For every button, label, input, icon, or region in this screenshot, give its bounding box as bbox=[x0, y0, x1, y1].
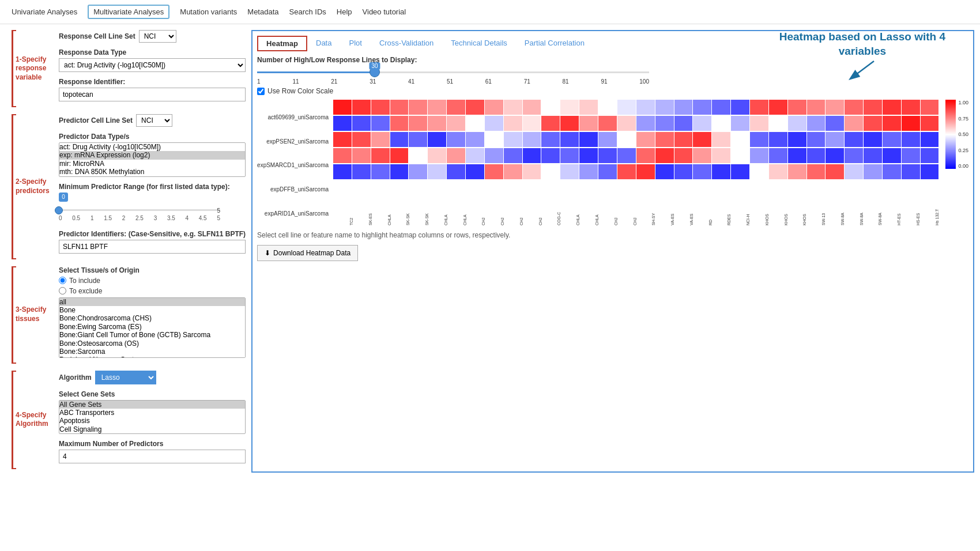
heatmap-col-label[interactable]: RDES bbox=[712, 179, 731, 225]
heatmap-cell[interactable] bbox=[864, 164, 882, 179]
heatmap-cell[interactable] bbox=[504, 116, 522, 131]
heatmap-cell[interactable] bbox=[902, 164, 920, 179]
max-predictors-input[interactable] bbox=[59, 450, 246, 463]
heatmap-cell[interactable] bbox=[579, 148, 598, 163]
heatmap-cell[interactable] bbox=[560, 100, 579, 115]
heatmap-cell[interactable] bbox=[447, 116, 465, 131]
heatmap-cell[interactable] bbox=[750, 100, 768, 115]
download-heatmap-button[interactable]: ⬇ Download Heatmap Data bbox=[257, 245, 358, 261]
heatmap-cell[interactable] bbox=[883, 116, 901, 131]
nav-search[interactable]: Search IDs bbox=[289, 7, 326, 16]
heatmap-cell[interactable] bbox=[598, 148, 617, 163]
tab-technical-details[interactable]: Technical Details bbox=[442, 36, 516, 51]
heatmap-cell[interactable] bbox=[560, 132, 579, 147]
heatmap-cell[interactable] bbox=[523, 148, 541, 163]
heatmap-col-label[interactable]: CHJ bbox=[485, 179, 504, 225]
heatmap-cell[interactable] bbox=[390, 116, 409, 131]
heatmap-col-label[interactable]: HS-ES bbox=[901, 179, 920, 225]
heatmap-cell[interactable] bbox=[826, 148, 844, 163]
heatmap-row-label[interactable]: expPSEN2_uniSarcoma bbox=[257, 134, 329, 149]
heatmap-cell[interactable] bbox=[921, 116, 939, 131]
heatmap-cell[interactable] bbox=[788, 100, 806, 115]
min-predictor-slider-thumb[interactable] bbox=[55, 206, 63, 214]
heatmap-row-label[interactable]: expDFFB_uniSarcoma bbox=[257, 182, 329, 197]
heatmap-cell[interactable] bbox=[902, 148, 920, 163]
heatmap-cell[interactable] bbox=[333, 148, 352, 163]
heatmap-cell[interactable] bbox=[826, 100, 844, 115]
heatmap-cell[interactable] bbox=[921, 148, 939, 163]
heatmap-cell[interactable] bbox=[390, 164, 409, 179]
gene-sets-listbox[interactable]: All Gene Sets ABC Transporters Apoptosis… bbox=[59, 400, 246, 435]
nav-mutation[interactable]: Mutation variants bbox=[180, 7, 237, 16]
heatmap-cell[interactable] bbox=[333, 100, 352, 115]
heatmap-cell[interactable] bbox=[769, 132, 787, 147]
heatmap-cell[interactable] bbox=[674, 100, 693, 115]
tissue-exclude-radio[interactable] bbox=[59, 287, 66, 295]
heatmap-cell[interactable] bbox=[693, 148, 711, 163]
tab-partial-correlation[interactable]: Partial Correlation bbox=[516, 36, 593, 51]
heatmap-col-label[interactable]: COG-C bbox=[542, 179, 561, 225]
heatmap-cell[interactable] bbox=[560, 148, 579, 163]
heatmap-cell[interactable] bbox=[504, 148, 522, 163]
heatmap-cell[interactable] bbox=[712, 100, 730, 115]
heatmap-cell[interactable] bbox=[864, 100, 882, 115]
heatmap-cell[interactable] bbox=[731, 148, 749, 163]
heatmap-col-label[interactable]: NCI-H bbox=[731, 179, 750, 225]
heatmap-cell[interactable] bbox=[523, 116, 541, 131]
heatmap-cell[interactable] bbox=[409, 148, 427, 163]
heatmap-cell[interactable] bbox=[617, 116, 636, 131]
heatmap-cell[interactable] bbox=[466, 148, 484, 163]
heatmap-cell[interactable] bbox=[788, 116, 806, 131]
heatmap-cell[interactable] bbox=[409, 164, 427, 179]
heatmap-cell[interactable] bbox=[428, 116, 446, 131]
nav-multivariate[interactable]: Multivariate Analyses bbox=[88, 5, 169, 19]
heatmap-cell[interactable] bbox=[447, 164, 465, 179]
heatmap-cell[interactable] bbox=[807, 132, 826, 147]
heatmap-cell[interactable] bbox=[750, 116, 768, 131]
heatmap-cell[interactable] bbox=[523, 132, 541, 147]
heatmap-cell[interactable] bbox=[617, 164, 636, 179]
heatmap-cell[interactable] bbox=[921, 132, 939, 147]
heatmap-cell[interactable] bbox=[636, 164, 655, 179]
heatmap-col-label[interactable]: SK-ES bbox=[353, 179, 372, 225]
heatmap-row-label[interactable]: act609699_uniSarcoma bbox=[257, 110, 329, 125]
heatmap-cell[interactable] bbox=[409, 100, 427, 115]
heatmap-row-label[interactable]: expARID1A_uniSarcoma bbox=[257, 206, 329, 221]
response-identifier-input[interactable] bbox=[59, 88, 246, 101]
heatmap-col-label[interactable]: SW-8A bbox=[826, 179, 845, 225]
heatmap-cell[interactable] bbox=[902, 100, 920, 115]
heatmap-cell[interactable] bbox=[750, 132, 768, 147]
heatmap-cell[interactable] bbox=[485, 116, 503, 131]
heatmap-cell[interactable] bbox=[560, 116, 579, 131]
heatmap-cell[interactable] bbox=[371, 132, 390, 147]
heatmap-cell[interactable] bbox=[807, 164, 826, 179]
heatmap-cell[interactable] bbox=[466, 164, 484, 179]
heatmap-cell[interactable] bbox=[826, 164, 844, 179]
tissue-include-label[interactable]: To include bbox=[59, 277, 246, 285]
heatmap-cell[interactable] bbox=[409, 116, 427, 131]
heatmap-cell[interactable] bbox=[598, 100, 617, 115]
heatmap-cell[interactable] bbox=[883, 100, 901, 115]
heatmap-cell[interactable] bbox=[579, 116, 598, 131]
heatmap-col-label[interactable]: CHJ bbox=[504, 179, 523, 225]
heatmap-cell[interactable] bbox=[902, 132, 920, 147]
heatmap-cell[interactable] bbox=[333, 164, 352, 179]
heatmap-cell[interactable] bbox=[541, 148, 560, 163]
heatmap-col-label[interactable]: SW-8A bbox=[863, 179, 882, 225]
heatmap-cell[interactable] bbox=[636, 100, 655, 115]
heatmap-cell[interactable] bbox=[655, 116, 674, 131]
heatmap-cell[interactable] bbox=[826, 132, 844, 147]
heatmap-cell[interactable] bbox=[352, 100, 371, 115]
heatmap-col-label[interactable]: CHLA bbox=[429, 179, 448, 225]
heatmap-col-label[interactable]: RD bbox=[693, 179, 713, 225]
heatmap-col-label[interactable]: TC2 bbox=[334, 179, 353, 225]
heatmap-cell[interactable] bbox=[845, 164, 863, 179]
heatmap-cell[interactable] bbox=[409, 132, 427, 147]
heatmap-col-label[interactable]: CHLA bbox=[561, 179, 580, 225]
heatmap-cell[interactable] bbox=[693, 116, 711, 131]
heatmap-cell[interactable] bbox=[769, 148, 787, 163]
heatmap-cell[interactable] bbox=[712, 164, 730, 179]
heatmap-cell[interactable] bbox=[693, 100, 711, 115]
heatmap-col-label[interactable]: CHLA bbox=[580, 179, 599, 225]
heatmap-cell[interactable] bbox=[579, 132, 598, 147]
